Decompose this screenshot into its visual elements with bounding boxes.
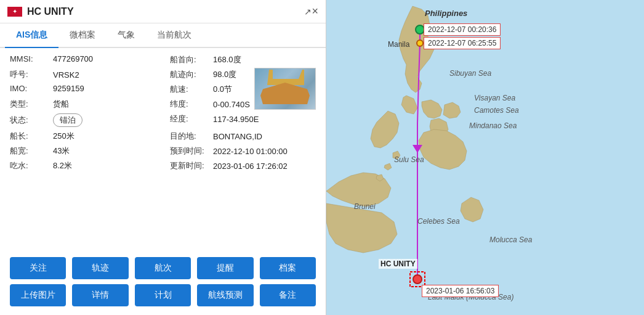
info-row-beam: 船宽: 43米 预到时间: 2022-12-10 01:00:00 — [10, 145, 316, 157]
beam-label: 船宽: — [10, 145, 53, 157]
heading-label: 船首向: — [170, 54, 213, 65]
length-value: 250米 — [53, 131, 74, 142]
external-link-icon[interactable]: ↗ — [304, 7, 312, 17]
tab-bar: AIS信息 微档案 气象 当前航次 — [0, 23, 326, 48]
imo-label: IMO: — [10, 84, 53, 93]
info-row-mmsi: MMSI: 477269700 船首向: 168.0度 — [10, 54, 316, 65]
type-value: 货船 — [53, 99, 69, 110]
track-button[interactable]: 轨迹 — [72, 257, 128, 279]
label-hcunity: HC UNITY — [379, 259, 417, 269]
length-label: 船长: — [10, 131, 53, 142]
type-label: 类型: — [10, 99, 53, 110]
close-icon[interactable]: × — [312, 5, 318, 18]
callsign-label: 呼号: — [10, 69, 53, 80]
timestamp-2: 2022-12-07 06:25:55 — [424, 37, 501, 49]
lat-value: 0-00.740S — [213, 100, 250, 109]
status-badge: 锚泊 — [53, 113, 83, 127]
timestamp-3: 2023-01-06 16:56:03 — [422, 285, 499, 297]
upload-button[interactable]: 上传图片 — [10, 284, 66, 306]
timestamp-1: 2022-12-07 00:20:36 — [424, 23, 501, 36]
follow-button[interactable]: 关注 — [10, 257, 66, 279]
svg-point-3 — [413, 275, 422, 284]
status-label: 状态: — [10, 115, 53, 126]
draft-label: 吃水: — [10, 160, 53, 171]
dest-label: 目的地: — [170, 131, 213, 142]
beam-value: 43米 — [53, 145, 70, 157]
draft-value: 8.2米 — [53, 160, 72, 171]
svg-point-0 — [416, 25, 424, 34]
svg-point-1 — [417, 40, 423, 46]
eta-value: 2022-12-10 01:00:00 — [213, 147, 288, 156]
note-button[interactable]: 备注 — [260, 284, 316, 306]
detail-button[interactable]: 详情 — [72, 284, 128, 306]
lon-label: 经度: — [170, 113, 213, 125]
heading-value: 168.0度 — [213, 54, 241, 65]
flag-icon — [7, 7, 22, 17]
route-button[interactable]: 航线预测 — [197, 284, 253, 306]
vessel-info-panel: HC UNITY ↗ × AIS信息 微档案 气象 当前航次 MMSI: 477… — [0, 0, 326, 315]
updated-value: 2023-01-06 17:26:02 — [213, 162, 288, 171]
info-row-length: 船长: 250米 目的地: BONTANG,ID — [10, 131, 316, 142]
btn-row-1: 关注 轨迹 航次 提醒 档案 — [10, 257, 316, 279]
speed-value: 0.0节 — [213, 84, 232, 95]
vessel-title: HC UNITY — [27, 6, 300, 17]
course-value: 98.0度 — [213, 69, 236, 80]
archive-button[interactable]: 档案 — [260, 257, 316, 279]
btn-row-2: 上传图片 详情 计划 航线预测 备注 — [10, 284, 316, 306]
mmsi-value: 477269700 — [53, 54, 93, 63]
alert-button[interactable]: 提醒 — [197, 257, 253, 279]
tab-weather[interactable]: 气象 — [107, 23, 146, 47]
updated-label: 更新时间: — [170, 160, 213, 171]
info-row-draft: 吃水: 8.2米 更新时间: 2023-01-06 17:26:02 — [10, 160, 316, 171]
voyage-button[interactable]: 航次 — [135, 257, 191, 279]
tab-voyage[interactable]: 当前航次 — [146, 23, 203, 47]
eta-label: 预到时间: — [170, 145, 213, 157]
action-buttons: 关注 轨迹 航次 提醒 档案 上传图片 详情 计划 航线预测 备注 — [0, 251, 326, 315]
speed-label: 航速: — [170, 84, 213, 95]
dest-value: BONTANG,ID — [213, 132, 262, 141]
imo-value: 9259159 — [53, 84, 84, 93]
course-label: 航迹向: — [170, 69, 213, 80]
panel-header: HC UNITY ↗ × — [0, 0, 326, 23]
tab-profile[interactable]: 微档案 — [58, 23, 107, 47]
mmsi-label: MMSI: — [10, 54, 53, 63]
map-panel[interactable]: Philippines Manila Sibuyan Sea Visayan S… — [326, 0, 644, 315]
lat-label: 纬度: — [170, 99, 213, 110]
ship-image — [254, 68, 316, 110]
info-row-status: 状态: 锚泊 经度: 117-34.950E — [10, 113, 316, 127]
lon-value: 117-34.950E — [213, 115, 259, 124]
plan-button[interactable]: 计划 — [135, 284, 191, 306]
callsign-value: VRSK2 — [53, 70, 79, 80]
tab-ais[interactable]: AIS信息 — [5, 23, 58, 47]
